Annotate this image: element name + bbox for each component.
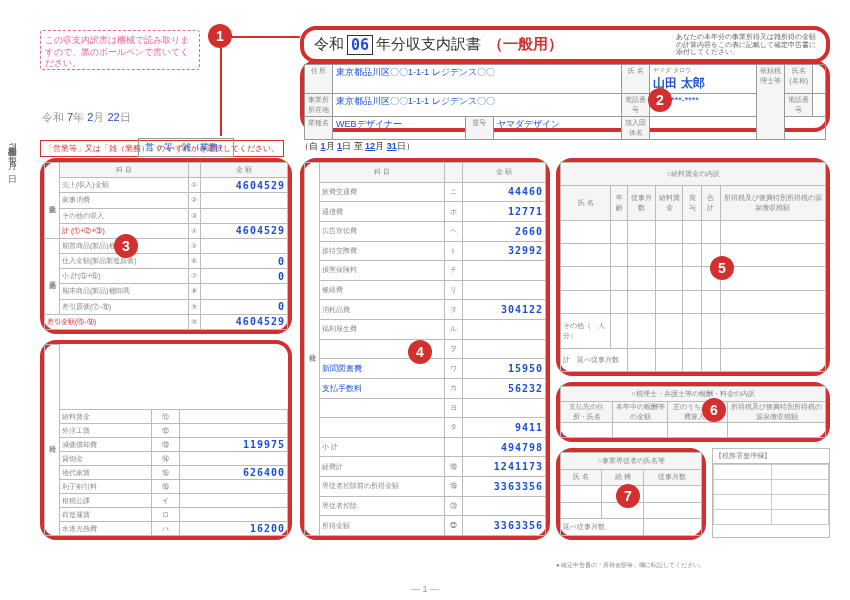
warning-box: この収支内訳書は機械で読み取りますので、黒のボールペンで書いてください。 (40, 30, 200, 70)
marker-2: 2 (648, 88, 672, 112)
box-expense-left: 経費給料賃金⑪外注工賃⑫減価償却費⑬119975貸倒金⑭地代家賃⑮626400利… (40, 340, 292, 540)
box-salary: ○給料賃金の内訳 氏 名年齢従事月数給料賃金賞 与合 計所得税及び復興特別所得税… (556, 158, 830, 376)
box-professional-fee: ○税理士・弁護士等の報酬・料金の内訳 支払先の住所・氏名本年中の報酬等の金額左の… (556, 382, 830, 442)
marker-6: 6 (702, 398, 726, 422)
period: （自 1月 1日 至 12月 31日） (300, 140, 415, 153)
marker-7: 7 (616, 484, 640, 508)
title-bar: 令和 06 年分収支内訳書 （一般用） あなたの本年分の事業所得又は雑所得の金額… (300, 26, 830, 63)
marker-5: 5 (710, 256, 734, 280)
marker-1: 1 (208, 24, 232, 48)
marker-3: 3 (114, 234, 138, 258)
page-number: — 1 — (411, 584, 439, 594)
admin-box: 【税務署整理欄】 (712, 448, 830, 538)
date-line: 令和 7年 2月 22日 (42, 110, 131, 125)
box-income: 収入金額科 目金 額 売上(収入)金額①4604529 家事消費② その他の収入… (40, 158, 292, 334)
info-panel: 住 所東京都品川区〇〇1-1-1 レジデンス〇〇 氏 名ヤマダ タロウ山田 太郎… (300, 60, 830, 132)
marker-4: 4 (408, 340, 432, 364)
side-vertical-text: 提出用（令和 7年 2月 22日 (6, 140, 19, 168)
accounting-select[interactable]: 営 ○ 等 雑（業務） (138, 138, 234, 157)
bottom-note: ● 確定申告書の「所得金額等」欄に転記してください。 (556, 561, 706, 570)
